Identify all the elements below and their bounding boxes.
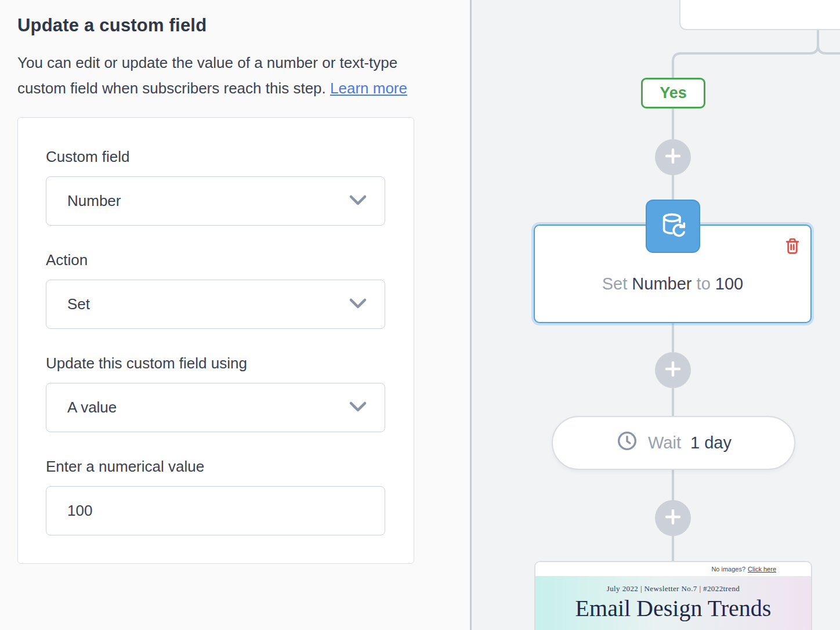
workflow-canvas: Yes Set [470,0,840,630]
update-using-selected-value: A value [67,399,117,417]
update-custom-field-step-icon[interactable] [646,200,700,253]
custom-field-label: Custom field [46,148,386,166]
email-heading: Email Design Trends [535,596,811,621]
add-step-button[interactable] [655,500,691,536]
action-selected-value: Set [67,295,90,313]
chevron-down-icon [349,400,367,415]
automation-editor: Update a custom field You can edit or up… [0,0,840,630]
yes-branch-badge: Yes [641,78,705,108]
numerical-value-group: Enter a numerical value [46,458,386,535]
wait-node-value: 1 day [690,433,732,452]
plus-icon [663,146,683,168]
panel-description: You can edit or update the value of a nu… [17,50,410,101]
wait-node[interactable]: Wait 1 day [552,416,795,470]
click-here-link[interactable]: Click here [748,566,776,573]
custom-field-select[interactable]: Number [46,176,385,226]
panel-title: Update a custom field [17,15,452,36]
add-step-button[interactable] [655,352,691,388]
step-settings-form: Custom field Number Action Set [17,117,414,564]
wait-node-label: Wait [648,433,681,452]
plus-icon [663,507,683,529]
action-select[interactable]: Set [46,280,385,329]
numerical-value-input[interactable] [46,486,385,535]
update-using-field-group: Update this custom field using A value [46,354,386,432]
update-using-select[interactable]: A value [46,383,385,432]
yes-branch-label: Yes [660,84,687,102]
learn-more-link[interactable]: Learn more [330,79,407,97]
custom-field-selected-value: Number [67,192,121,210]
database-refresh-icon [658,210,688,242]
chevron-down-icon [349,194,367,209]
custom-field-group: Custom field Number [46,148,386,226]
update-using-label: Update this custom field using [46,354,386,372]
plus-icon [663,359,683,381]
add-step-button[interactable] [655,139,691,175]
no-images-text: No images? [711,566,745,573]
chevron-down-icon [349,297,367,312]
email-no-images-bar: No images? Click here [535,562,811,576]
action-label: Action [46,251,386,269]
step-settings-panel: Update a custom field You can edit or up… [0,0,470,630]
email-node-preview[interactable]: No images? Click here July 2022 | Newsle… [534,561,812,630]
clock-icon [615,429,639,457]
action-node-text: Set Number to 100 [602,274,743,294]
email-meta-line: July 2022 | Newsletter No.7 | #2022trend [535,576,811,593]
upstream-node-partial[interactable] [679,0,840,30]
delete-step-button[interactable] [784,236,801,256]
action-field-group: Action Set [46,251,386,329]
numerical-value-label: Enter a numerical value [46,458,386,476]
email-banner: July 2022 | Newsletter No.7 | #2022trend… [535,576,811,630]
